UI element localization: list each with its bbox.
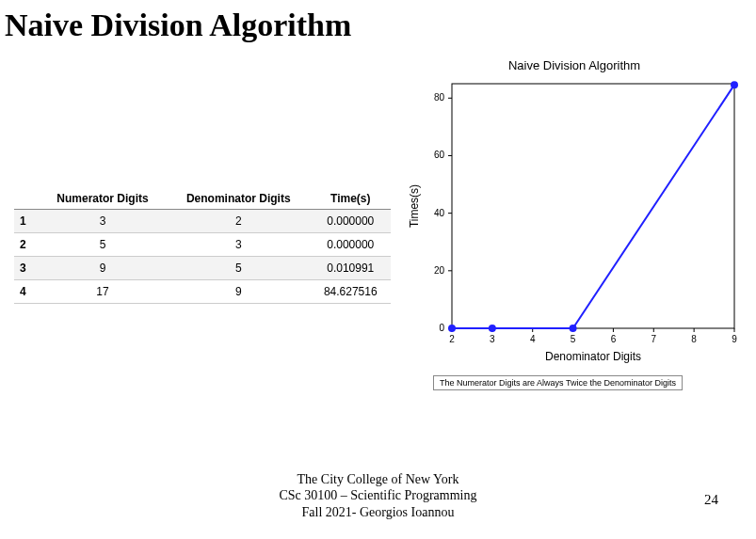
svg-text:Denominator Digits: Denominator Digits: [545, 350, 641, 363]
col-numerator: Numerator Digits: [39, 188, 167, 210]
footer-line2: CSc 30100 – Scientific Programming: [0, 487, 756, 504]
cell-time: 0.000000: [311, 210, 391, 233]
footer-line3: Fall 2021- Georgios Ioannou: [0, 504, 756, 521]
page-title: Naive Division Algorithm: [5, 8, 351, 43]
footer: The City College of New York CSc 30100 –…: [0, 471, 756, 521]
chart-caption: The Numerator Digits are Always Twice th…: [433, 375, 683, 390]
col-idx: [14, 188, 39, 210]
svg-text:60: 60: [434, 150, 445, 160]
svg-text:4: 4: [530, 334, 536, 344]
cell-num: 5: [39, 233, 167, 257]
svg-text:3: 3: [490, 334, 495, 344]
cell-num: 9: [39, 257, 167, 280]
svg-text:7: 7: [651, 334, 657, 344]
col-denominator: Denominator Digits: [167, 188, 311, 210]
svg-rect-0: [452, 84, 734, 328]
svg-point-32: [731, 81, 738, 88]
svg-text:40: 40: [434, 208, 445, 218]
cell-idx: 3: [14, 257, 39, 280]
col-time: Time(s): [311, 188, 391, 210]
table-row: 1 3 2 0.000000: [14, 210, 391, 233]
cell-den: 3: [167, 233, 311, 257]
svg-point-31: [570, 325, 577, 332]
chart-svg: 23456789020406080Denominator DigitsTimes…: [405, 74, 744, 366]
page-number: 24: [704, 492, 718, 508]
cell-time: 0.000000: [311, 233, 391, 257]
svg-text:Times(s): Times(s): [408, 184, 421, 228]
cell-den: 2: [167, 210, 311, 233]
svg-point-29: [448, 325, 456, 332]
svg-text:20: 20: [434, 265, 445, 276]
chart-title: Naive Division Algorithm: [405, 58, 744, 72]
svg-text:80: 80: [434, 92, 445, 103]
chart: Naive Division Algorithm 234567890204060…: [405, 58, 744, 390]
cell-num: 3: [39, 210, 167, 233]
cell-den: 5: [167, 257, 311, 280]
svg-text:8: 8: [691, 334, 697, 344]
svg-text:5: 5: [571, 334, 576, 344]
table-row: 4 17 9 84.627516: [14, 280, 391, 304]
cell-den: 9: [167, 280, 311, 304]
svg-text:2: 2: [449, 334, 455, 344]
table-row: 2 5 3 0.000000: [14, 233, 391, 257]
data-table: Numerator Digits Denominator Digits Time…: [14, 188, 391, 304]
cell-time: 84.627516: [311, 280, 391, 304]
cell-time: 0.010991: [311, 257, 391, 280]
table-row: 3 9 5 0.010991: [14, 257, 391, 280]
cell-num: 17: [39, 280, 167, 304]
cell-idx: 2: [14, 233, 39, 257]
cell-idx: 1: [14, 210, 39, 233]
svg-point-30: [489, 325, 496, 332]
svg-text:9: 9: [732, 334, 737, 344]
svg-text:6: 6: [611, 334, 617, 344]
cell-idx: 4: [14, 280, 39, 304]
svg-text:0: 0: [439, 323, 444, 333]
footer-line1: The City College of New York: [0, 471, 756, 488]
